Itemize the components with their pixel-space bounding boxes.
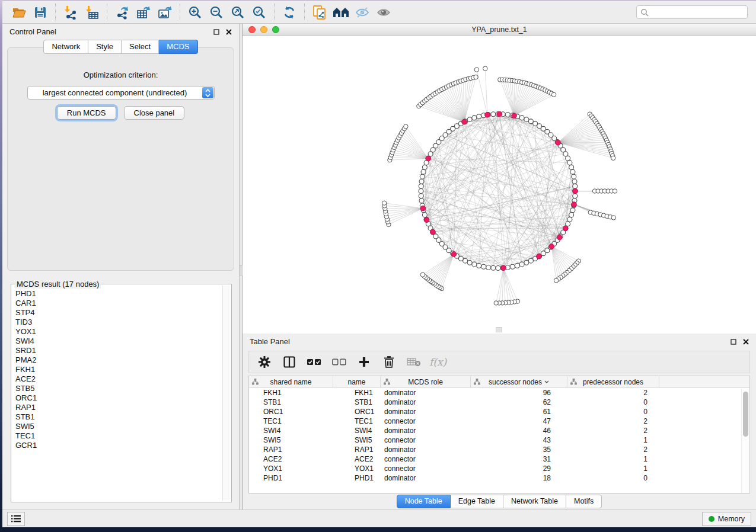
- mcds-node-item[interactable]: STB5: [15, 384, 221, 393]
- float-panel-icon[interactable]: [213, 29, 219, 35]
- delete-table-icon[interactable]: [404, 353, 423, 371]
- table-row[interactable]: STB1STB1dominator620: [249, 398, 749, 407]
- cell-predecessor-nodes: 0: [567, 474, 659, 482]
- mcds-node-item[interactable]: YOX1: [15, 327, 221, 336]
- column-header-shared-name[interactable]: shared name: [249, 376, 333, 387]
- mcds-node-item[interactable]: TID3: [15, 318, 221, 327]
- show-column-panel-icon[interactable]: [280, 353, 299, 371]
- zoom-selected-icon[interactable]: [248, 4, 270, 21]
- add-column-icon[interactable]: [355, 353, 374, 371]
- mcds-result-scrollbar[interactable]: [222, 286, 230, 501]
- cell-MCDS-role: dominator: [381, 408, 471, 416]
- tab-network[interactable]: Network: [43, 40, 88, 54]
- cell-shared-name: YOX1: [249, 464, 333, 473]
- network-graph[interactable]: [243, 36, 756, 334]
- tab-style[interactable]: Style: [88, 40, 122, 54]
- scrollbar-thumb[interactable]: [743, 392, 748, 437]
- tab-mcds[interactable]: MCDS: [159, 40, 197, 54]
- table-row[interactable]: TEC1TEC1connector472: [249, 416, 749, 426]
- import-network-icon[interactable]: [60, 4, 81, 21]
- float-panel-icon[interactable]: [731, 339, 736, 345]
- column-header-successor-nodes[interactable]: successor nodes: [471, 376, 567, 387]
- close-panel-icon[interactable]: [743, 339, 749, 345]
- cell-name: YOX1: [333, 464, 381, 473]
- cell-successor-nodes: 29: [471, 464, 567, 473]
- mcds-node-item[interactable]: ORC1: [15, 393, 221, 403]
- table-row[interactable]: ACE2ACE2connector311: [249, 454, 749, 464]
- maximize-window-icon[interactable]: [272, 26, 279, 33]
- table-row[interactable]: RAP1RAP1dominator352: [249, 445, 749, 454]
- duplicate-network-icon[interactable]: [309, 4, 330, 21]
- cell-successor-nodes: 46: [471, 427, 567, 435]
- mcds-node-item[interactable]: STB1: [15, 412, 221, 422]
- mcds-panel: Optimization criterion: largest connecte…: [7, 47, 234, 271]
- mcds-node-item[interactable]: PHD1: [15, 289, 221, 299]
- task-history-button[interactable]: [7, 512, 25, 526]
- minimize-window-icon[interactable]: [260, 26, 267, 33]
- table-settings-icon[interactable]: [255, 353, 274, 371]
- deselect-all-icon[interactable]: [330, 353, 349, 371]
- table-row[interactable]: YOX1YOX1connector291: [249, 464, 749, 473]
- criterion-dropdown[interactable]: largest connected component (undirected): [27, 86, 215, 100]
- search-input[interactable]: [652, 8, 744, 17]
- select-all-icon[interactable]: [305, 353, 324, 371]
- cell-successor-nodes: 62: [471, 398, 567, 406]
- column-header-name[interactable]: name: [333, 376, 381, 387]
- mcds-node-item[interactable]: FKH1: [15, 365, 221, 374]
- delete-icon[interactable]: [379, 353, 398, 371]
- show-all-icon[interactable]: [373, 4, 394, 21]
- column-header-predecessor-nodes[interactable]: predecessor nodes: [567, 376, 659, 387]
- tab-select[interactable]: Select: [122, 40, 159, 54]
- toolbar-separator: [304, 4, 305, 21]
- close-panel-button[interactable]: Close panel: [124, 106, 185, 120]
- tab-network-table[interactable]: Network Table: [503, 495, 566, 508]
- mcds-node-item[interactable]: STP4: [15, 308, 221, 318]
- mcds-node-item[interactable]: TEC1: [15, 431, 221, 441]
- zoom-in-icon[interactable]: [184, 4, 206, 21]
- mcds-node-item[interactable]: RAP1: [15, 403, 221, 412]
- import-table-icon[interactable]: [81, 4, 103, 21]
- table-row[interactable]: SWI4SWI4dominator462: [249, 426, 749, 435]
- mcds-node-item[interactable]: CAR1: [15, 299, 221, 308]
- mcds-node-item[interactable]: PMA2: [15, 355, 221, 365]
- hide-selected-icon[interactable]: [352, 4, 373, 21]
- zoom-fit-icon[interactable]: [227, 4, 248, 21]
- zoom-out-icon[interactable]: [206, 4, 227, 21]
- mcds-node-item[interactable]: SWI5: [15, 422, 221, 431]
- table-row[interactable]: ORC1ORC1dominator610: [249, 407, 749, 416]
- save-icon[interactable]: [30, 4, 51, 21]
- cell-predecessor-nodes: 1: [567, 436, 659, 444]
- cell-successor-nodes: 61: [471, 408, 567, 416]
- run-mcds-button[interactable]: Run MCDS: [57, 106, 116, 120]
- tab-edge-table[interactable]: Edge Table: [451, 495, 503, 508]
- table-row[interactable]: SWI5SWI5connector431: [249, 435, 749, 445]
- export-network-icon[interactable]: [111, 4, 133, 21]
- memory-button[interactable]: Memory: [702, 512, 751, 526]
- mcds-node-item[interactable]: SWI4: [15, 336, 221, 346]
- cell-shared-name: ACE2: [249, 455, 333, 463]
- mcds-node-item[interactable]: ACE2: [15, 374, 221, 384]
- mcds-node-item[interactable]: GCR1: [15, 441, 221, 450]
- export-image-icon[interactable]: [154, 4, 176, 21]
- first-neighbors-icon[interactable]: [330, 4, 352, 21]
- toolbar-separator: [55, 4, 56, 21]
- tab-motifs[interactable]: Motifs: [566, 495, 602, 508]
- cell-predecessor-nodes: 2: [567, 389, 659, 397]
- column-header-MCDS-role[interactable]: MCDS role: [381, 376, 471, 387]
- search-field[interactable]: [636, 5, 748, 19]
- table-scrollbar[interactable]: [741, 389, 749, 493]
- network-canvas[interactable]: [243, 36, 756, 334]
- open-icon[interactable]: [8, 4, 30, 21]
- cell-successor-nodes: 35: [471, 446, 567, 454]
- cell-successor-nodes: 96: [471, 389, 567, 397]
- refresh-icon[interactable]: [279, 4, 300, 21]
- tab-node-table[interactable]: Node Table: [397, 495, 451, 508]
- close-panel-icon[interactable]: [226, 29, 232, 35]
- export-table-icon[interactable]: [133, 4, 154, 21]
- mcds-node-item[interactable]: SRD1: [15, 346, 221, 355]
- close-window-icon[interactable]: [248, 26, 256, 33]
- table-row[interactable]: FKH1FKH1dominator962: [249, 388, 749, 398]
- network-titlebar[interactable]: YPA_prune.txt_1: [243, 24, 756, 36]
- split-grip[interactable]: [496, 327, 502, 332]
- table-row[interactable]: PHD1PHD1dominator180: [249, 473, 749, 483]
